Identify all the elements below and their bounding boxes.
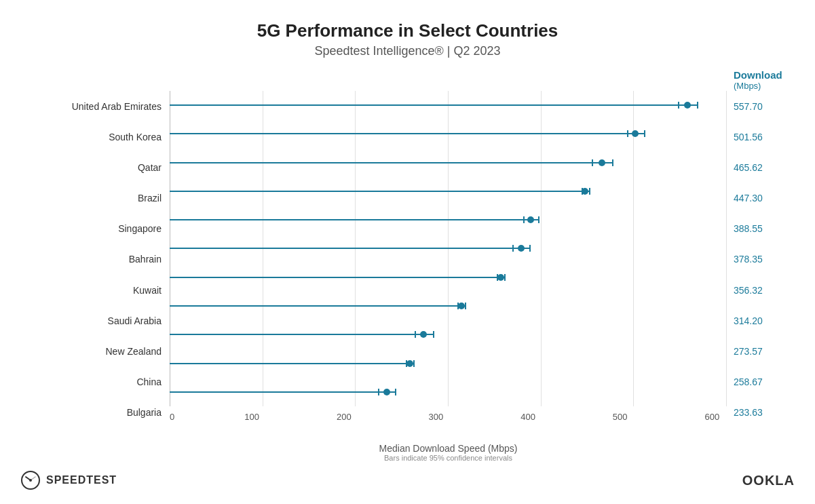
value-cell-4: 388.55 bbox=[734, 216, 801, 241]
bar-dot-5 bbox=[518, 245, 525, 252]
y-label-8: New Zealand bbox=[14, 338, 170, 364]
ci-cap-right-4 bbox=[538, 216, 539, 223]
y-label-1: South Korea bbox=[14, 124, 170, 150]
ci-cap-right-5 bbox=[529, 245, 531, 252]
value-cell-0: 557.70 bbox=[734, 94, 801, 119]
ci-cap-right-1 bbox=[644, 130, 645, 137]
ci-cap-left-5 bbox=[512, 245, 514, 252]
bars-container bbox=[170, 91, 727, 406]
speedtest-text: SPEEDTEST bbox=[46, 474, 117, 486]
ci-cap-left-4 bbox=[523, 216, 525, 223]
bar-line-4 bbox=[170, 219, 531, 220]
bar-line-1 bbox=[170, 133, 635, 134]
values-column: 557.70501.56465.62447.30388.55378.35356.… bbox=[727, 91, 801, 462]
chart-container: 5G Performance in Select Countries Speed… bbox=[0, 0, 815, 504]
ookla-logo: OOKLA bbox=[742, 473, 795, 488]
ci-cap-right-10 bbox=[395, 389, 396, 395]
bar-dot-8 bbox=[420, 331, 427, 338]
y-label-3: Brazil bbox=[14, 185, 170, 211]
bar-row-10 bbox=[170, 379, 727, 405]
y-labels: United Arab EmiratesSouth KoreaQatarBraz… bbox=[14, 91, 170, 462]
value-cell-10: 233.63 bbox=[734, 400, 801, 425]
y-label-10: Bulgaria bbox=[14, 400, 170, 425]
bar-row-6 bbox=[170, 265, 727, 290]
ci-cap-left-1 bbox=[627, 130, 628, 137]
value-cell-5: 378.35 bbox=[734, 246, 801, 272]
x-axis: 0100200300400500600 bbox=[170, 406, 727, 440]
ci-cap-left-10 bbox=[378, 389, 379, 395]
bar-row-8 bbox=[170, 322, 727, 347]
value-cell-2: 465.62 bbox=[734, 155, 801, 180]
x-axis-label: Median Download Speed (Mbps) bbox=[170, 443, 727, 454]
value-cell-9: 258.67 bbox=[734, 369, 801, 395]
bar-line-8 bbox=[170, 334, 423, 335]
bar-row-9 bbox=[170, 351, 727, 376]
bar-row-7 bbox=[170, 293, 727, 319]
bar-line-6 bbox=[170, 277, 501, 278]
chart-subtitle: Speedtest Intelligence® | Q2 2023 bbox=[314, 44, 500, 58]
bar-line-7 bbox=[170, 305, 461, 307]
bar-row-2 bbox=[170, 150, 727, 176]
footer: SPEEDTEST OOKLA bbox=[14, 465, 801, 490]
bar-dot-6 bbox=[497, 274, 504, 281]
ci-cap-right-8 bbox=[433, 331, 434, 338]
ci-cap-right-6 bbox=[504, 274, 506, 281]
ci-cap-right-7 bbox=[465, 303, 466, 309]
x-tick-0: 0 bbox=[170, 412, 174, 422]
ci-cap-right-9 bbox=[413, 360, 415, 367]
y-label-7: Saudi Arabia bbox=[14, 308, 170, 334]
bar-dot-3 bbox=[582, 188, 588, 195]
y-label-4: Singapore bbox=[14, 216, 170, 241]
value-cell-1: 501.56 bbox=[734, 124, 801, 150]
bar-line-2 bbox=[170, 162, 602, 163]
x-tick-4: 400 bbox=[520, 412, 535, 422]
chart-title: 5G Performance in Select Countries bbox=[257, 20, 558, 41]
x-tick-5: 500 bbox=[613, 412, 628, 422]
bar-dot-1 bbox=[632, 130, 639, 137]
speedtest-icon bbox=[20, 470, 41, 490]
y-label-9: China bbox=[14, 369, 170, 395]
bar-row-3 bbox=[170, 178, 727, 204]
y-label-5: Bahrain bbox=[14, 246, 170, 272]
bar-row-1 bbox=[170, 121, 727, 147]
x-tick-2: 200 bbox=[337, 412, 352, 422]
value-cell-6: 356.32 bbox=[734, 277, 801, 303]
bar-dot-0 bbox=[684, 102, 691, 109]
bar-row-0 bbox=[170, 92, 727, 118]
bar-line-10 bbox=[170, 391, 387, 393]
download-header: Download (Mbps) bbox=[727, 69, 801, 91]
bar-dot-7 bbox=[458, 303, 465, 309]
bar-row-4 bbox=[170, 207, 727, 233]
x-tick-1: 100 bbox=[244, 412, 259, 422]
y-label-6: Kuwait bbox=[14, 277, 170, 303]
value-cell-7: 314.20 bbox=[734, 308, 801, 334]
chart-area: United Arab EmiratesSouth KoreaQatarBraz… bbox=[14, 91, 801, 462]
bar-row-5 bbox=[170, 235, 727, 261]
ci-cap-left-8 bbox=[415, 331, 416, 338]
bar-dot-9 bbox=[406, 360, 413, 367]
ci-cap-right-0 bbox=[697, 102, 698, 109]
bar-dot-10 bbox=[383, 389, 390, 395]
ci-cap-right-3 bbox=[589, 188, 590, 195]
value-cell-3: 447.30 bbox=[734, 185, 801, 211]
bar-line-3 bbox=[170, 191, 585, 192]
plot-area: 0100200300400500600 Median Download Spee… bbox=[170, 91, 727, 462]
ci-cap-left-2 bbox=[592, 159, 593, 166]
x-tick-6: 600 bbox=[704, 412, 719, 422]
svg-point-1 bbox=[29, 479, 32, 482]
x-axis-sublabel: Bars indicate 95% confidence intervals bbox=[170, 454, 727, 462]
download-unit: (Mbps) bbox=[734, 81, 761, 91]
bar-line-0 bbox=[170, 104, 687, 106]
ci-cap-left-0 bbox=[678, 102, 679, 109]
bar-dot-4 bbox=[527, 216, 534, 223]
bar-line-9 bbox=[170, 363, 410, 364]
y-label-0: United Arab Emirates bbox=[14, 94, 170, 119]
bar-dot-2 bbox=[599, 159, 605, 166]
bar-line-5 bbox=[170, 248, 521, 249]
header-row: Download (Mbps) bbox=[14, 69, 801, 91]
value-cell-8: 273.57 bbox=[734, 338, 801, 364]
y-label-2: Qatar bbox=[14, 155, 170, 180]
x-tick-3: 300 bbox=[429, 412, 444, 422]
speedtest-logo: SPEEDTEST bbox=[20, 470, 117, 490]
x-grid-and-bars: 0100200300400500600 bbox=[170, 91, 727, 440]
